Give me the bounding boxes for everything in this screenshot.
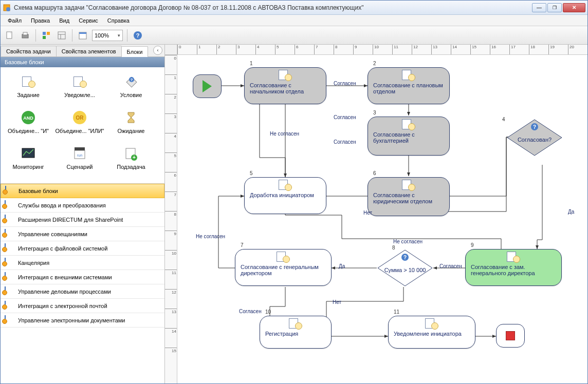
menu-help[interactable]: Справка [103, 16, 134, 25]
end-node[interactable] [496, 324, 525, 348]
print-button[interactable] [19, 29, 31, 42]
menu-edit[interactable]: Правка [27, 16, 54, 25]
left-panel: Свойства задачи Свойства элементов Блоки… [1, 45, 165, 383]
monitor-icon [20, 145, 36, 162]
node-number: 9 [471, 242, 474, 248]
workflow-canvas[interactable]: 1 Согласование с начальником отдела 2 Со… [177, 55, 587, 383]
node-number: 2 [373, 61, 376, 66]
workflow-node[interactable]: 3 Согласование с бухгалтерией [368, 117, 450, 156]
workflow-node[interactable]: 9 Согласование с зам. генерального дирек… [465, 249, 562, 286]
doc-clock-icon [402, 70, 414, 80]
category-item[interactable]: Канцелярия [1, 256, 164, 270]
decision-node[interactable]: ? 4 Согласован? [506, 119, 563, 157]
menu-service[interactable]: Сервис [75, 16, 102, 25]
workflow-node[interactable]: 1 Согласование с начальником отдела [244, 67, 326, 104]
workflow-node[interactable]: 5 Доработка инициатором [244, 177, 326, 214]
start-node[interactable] [193, 74, 222, 98]
category-item[interactable]: Базовые блоки [1, 184, 164, 198]
doc-clock-icon [402, 119, 414, 129]
edge-label: Да [568, 209, 574, 215]
svg-text:AND: AND [23, 116, 33, 121]
category-icon [5, 243, 6, 251]
node-label: Регистрация [265, 331, 298, 337]
workflow-node[interactable]: 7 Согласование с генеральным директором [235, 249, 332, 286]
svg-rect-6 [47, 32, 50, 35]
tab-blocks[interactable]: Блоки [121, 46, 149, 57]
node-number: 5 [250, 170, 253, 176]
maximize-button[interactable] [547, 3, 562, 12]
palette-item-script[interactable]: runСценарий [54, 143, 105, 179]
node-number: 6 [373, 170, 376, 176]
new-button[interactable] [4, 29, 16, 42]
node-number: 4 [502, 117, 505, 122]
question-icon: ? [530, 123, 539, 132]
decision-icon: ? [123, 73, 139, 90]
decision-node[interactable]: ? 8 Сумма > 10 000 [377, 249, 433, 287]
category-item[interactable]: Управление совещаниями [1, 227, 164, 241]
edge-label: Согласен [334, 114, 356, 120]
decision-label: Согласован? [518, 137, 552, 143]
node-label: Согласование с плановым отделом [373, 82, 443, 94]
category-label: Канцелярия [18, 260, 49, 266]
doc-clock-icon [277, 252, 289, 262]
palette-item-condition[interactable]: ?Условие [105, 71, 157, 107]
node-label: Уведомление инициатора [394, 331, 462, 337]
category-item[interactable]: Службы ввода и преобразования [1, 198, 164, 213]
panel-tabs: Свойства задачи Свойства элементов Блоки… [1, 45, 164, 57]
node-number: 10 [265, 309, 271, 315]
palette-item-or[interactable]: ORОбъедине... "ИЛИ" [54, 107, 105, 143]
connector-lines [177, 55, 587, 383]
workflow-node[interactable]: 11 Уведомление инициатора [388, 316, 475, 349]
svg-rect-4 [23, 32, 27, 35]
doc-clock-icon [279, 180, 291, 190]
collapse-panel-button[interactable]: ‹ [153, 46, 162, 55]
tab-task-props[interactable]: Свойства задачи [1, 46, 57, 56]
workflow-node[interactable]: 6 Согласование с юридическим отделом [368, 177, 450, 216]
tab-elem-props[interactable]: Свойства элементов [56, 46, 122, 56]
doc-clock-icon [74, 76, 86, 87]
palette-group-header: Базовые блоки [1, 57, 164, 67]
category-label: Управление деловыми процессами [18, 289, 111, 295]
palette-item-and[interactable]: ANDОбъедине... "И" [3, 107, 54, 143]
palette-item-task[interactable]: Задание [3, 71, 54, 107]
edge-label: Не согласен [196, 234, 225, 239]
edge-label: Согласен [334, 81, 356, 86]
blocks-button[interactable] [40, 29, 52, 42]
layout-button[interactable] [56, 29, 68, 42]
category-label: Интеграция с внешними системами [18, 274, 112, 280]
minimize-button[interactable] [532, 3, 546, 12]
category-item[interactable]: Интеграция с файловой системой [1, 241, 164, 256]
category-item[interactable]: Интеграция с электронной почтой [1, 299, 164, 313]
palette-item-subtask[interactable]: +Подзадача [105, 143, 157, 179]
workflow-node[interactable]: 10 Регистрация [260, 316, 332, 349]
palette-item-monitoring[interactable]: Мониторинг [3, 143, 54, 179]
palette-item-notification[interactable]: Уведомле... [54, 71, 105, 107]
svg-text:?: ? [131, 78, 133, 82]
palette-item-wait[interactable]: Ожидание [105, 107, 157, 143]
edge-label: Нет [363, 210, 372, 216]
palette-label: Уведомле... [64, 92, 95, 98]
edge-label: Не согласен [393, 239, 422, 244]
menu-file[interactable]: Файл [4, 16, 26, 25]
category-item[interactable]: Расширения DIRECTUM для SharePoint [1, 213, 164, 227]
menu-view[interactable]: Вид [55, 16, 74, 25]
toolbar-separator [127, 29, 127, 42]
svg-rect-12 [79, 32, 86, 34]
menubar: Файл Правка Вид Сервис Справка [1, 15, 587, 26]
workflow-node[interactable]: 2 Согласование с плановым отделом [368, 67, 450, 104]
node-number: 3 [373, 110, 376, 116]
category-item[interactable]: Управление электронными документами [1, 313, 164, 328]
node-label: Согласование с генеральным директором [241, 264, 319, 276]
calendar-button[interactable] [77, 29, 89, 42]
and-icon: AND [20, 109, 36, 126]
category-item[interactable]: Управление деловыми процессами [1, 284, 164, 299]
help-button[interactable]: ? [132, 29, 144, 42]
category-item[interactable]: Интеграция с внешними системами [1, 270, 164, 284]
zoom-dropdown[interactable]: 100% [92, 30, 123, 41]
svg-text:OR: OR [76, 115, 84, 121]
toolbar-separator [35, 29, 36, 42]
close-button[interactable] [563, 3, 585, 12]
palette-label: Сценарий [67, 164, 93, 170]
palette-label: Объедине... "ИЛИ" [55, 128, 104, 134]
palette-label: Условие [120, 92, 142, 98]
